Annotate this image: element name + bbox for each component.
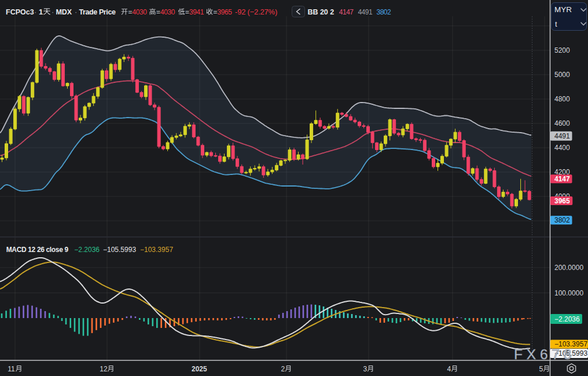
svg-text:12: 12 (100, 365, 108, 373)
svg-text:=: = (185, 8, 189, 16)
svg-text:4147: 4147 (554, 175, 570, 183)
svg-text:5: 5 (539, 365, 543, 373)
svg-text:4491: 4491 (358, 8, 373, 16)
svg-text:3965: 3965 (554, 197, 570, 205)
svg-text:4800: 4800 (554, 95, 570, 103)
svg-text:·: · (75, 8, 77, 16)
svg-text:5200: 5200 (554, 46, 570, 54)
svg-text:−105.5993: −105.5993 (103, 246, 136, 254)
svg-text:4400: 4400 (554, 144, 570, 152)
svg-text:1: 1 (39, 8, 43, 16)
svg-text:MACD 12 26 close 9: MACD 12 26 close 9 (6, 246, 69, 254)
svg-text:3: 3 (363, 365, 368, 373)
svg-text:5000: 5000 (554, 71, 570, 79)
svg-text:=: = (214, 8, 218, 16)
svg-text:4147: 4147 (339, 8, 354, 16)
svg-text:2025: 2025 (192, 365, 207, 373)
svg-text:100.0000: 100.0000 (554, 289, 583, 297)
svg-text:4030: 4030 (133, 8, 148, 16)
svg-text:t: t (555, 20, 557, 28)
svg-text:3965: 3965 (218, 8, 233, 16)
svg-text:-92 (−2.27%): -92 (−2.27%) (235, 8, 277, 16)
svg-text:Trade Price: Trade Price (79, 8, 116, 16)
svg-text:4030: 4030 (160, 8, 175, 16)
svg-text:−2.2036: −2.2036 (74, 246, 100, 254)
svg-text:=: = (128, 8, 133, 16)
svg-text:=: = (156, 8, 160, 16)
svg-text:−103.3957: −103.3957 (140, 246, 173, 254)
svg-text:3802: 3802 (377, 8, 392, 16)
svg-text:4600: 4600 (554, 119, 570, 127)
svg-text:4491: 4491 (554, 132, 570, 140)
svg-text:MYR: MYR (554, 5, 572, 14)
svg-text:3802: 3802 (554, 216, 570, 224)
svg-text:3941: 3941 (189, 8, 204, 16)
svg-text:4: 4 (447, 365, 451, 373)
svg-text:FCPOc3: FCPOc3 (6, 8, 34, 16)
svg-text:·: · (34, 8, 36, 16)
svg-text:MDX: MDX (56, 8, 72, 16)
svg-text:−2.2036: −2.2036 (554, 315, 580, 323)
svg-text:2: 2 (281, 365, 285, 373)
svg-text:BB 20 2: BB 20 2 (307, 8, 334, 16)
svg-text:11: 11 (8, 365, 15, 373)
svg-text:FX678: FX678 (514, 346, 575, 362)
svg-text:200.0000: 200.0000 (554, 264, 583, 272)
svg-text:·: · (52, 8, 54, 16)
